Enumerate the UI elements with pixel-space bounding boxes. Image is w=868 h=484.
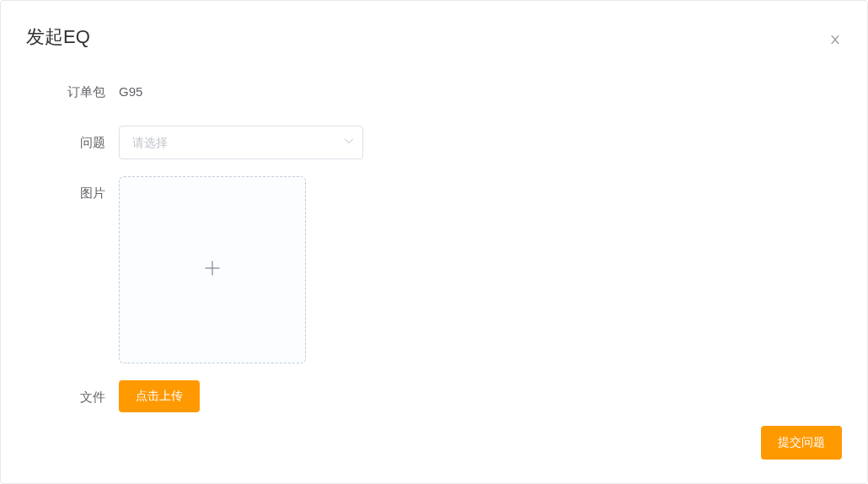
plus-icon — [201, 256, 224, 283]
file-label: 文件 — [26, 380, 119, 414]
question-select[interactable] — [119, 126, 363, 159]
close-icon[interactable] — [828, 33, 842, 46]
modal-container: 发起EQ 订单包 G95 问题 图片 — [0, 0, 868, 484]
form-row-image: 图片 — [26, 176, 842, 363]
order-label: 订单包 — [26, 75, 119, 109]
image-label: 图片 — [26, 176, 119, 210]
submit-button[interactable]: 提交问题 — [761, 426, 842, 460]
question-select-input[interactable] — [119, 126, 363, 159]
form-row-order: 订单包 G95 — [26, 75, 842, 109]
modal-title: 发起EQ — [26, 24, 842, 50]
submit-wrapper: 提交问题 — [761, 426, 842, 460]
form-row-file: 文件 点击上传 — [26, 380, 842, 414]
image-upload-box[interactable] — [119, 176, 306, 363]
question-label: 问题 — [26, 126, 119, 159]
file-upload-button[interactable]: 点击上传 — [119, 380, 200, 412]
order-value: G95 — [119, 75, 142, 109]
form-row-question: 问题 — [26, 126, 842, 159]
